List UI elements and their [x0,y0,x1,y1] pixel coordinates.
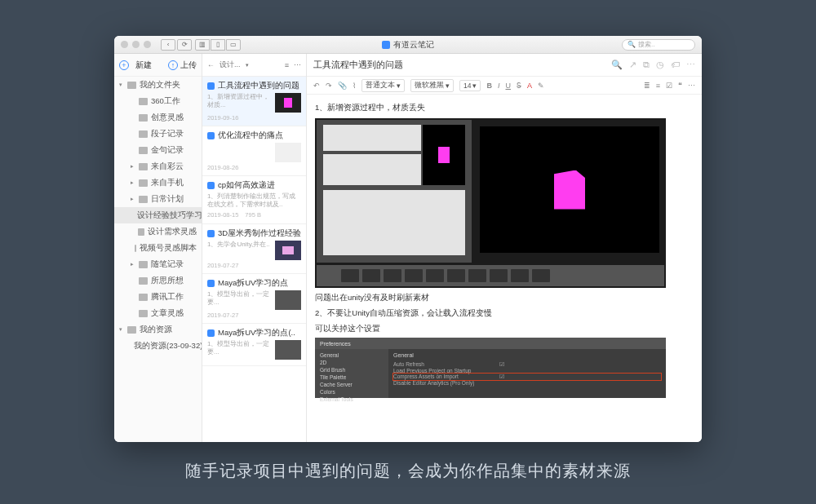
close-icon[interactable] [121,41,128,48]
note-list-header: ← 设计... ▾ ≡ ⋯ [202,54,306,77]
new-button[interactable]: + [119,60,129,70]
view-col1-button[interactable]: ▥ [195,39,210,51]
folder-item[interactable]: 段子记录 [114,126,202,142]
folder-icon [139,147,148,154]
note-icon [207,329,215,337]
font-color-button[interactable]: A [527,82,532,90]
folder-item[interactable]: ▸随笔记录 [114,256,202,272]
note-item[interactable]: Maya拆UV学习的点(..1、模型导出前，一定要... [202,324,306,366]
upload-button[interactable]: ↑ [168,60,178,70]
folder-icon [139,294,148,301]
folder-item[interactable]: 设计经验技巧学习 [114,207,202,223]
window-title: 有道云笔记 [382,39,434,51]
folder-item[interactable]: 我的资源(23-09-32) [114,338,202,354]
view-col3-button[interactable]: ▭ [226,39,241,51]
folder-icon [127,326,136,334]
folder-icon [139,163,148,170]
nav-refresh-button[interactable]: ⟳ [177,39,192,51]
search-input[interactable]: 🔍 搜索.. [622,39,695,51]
zoom-icon[interactable] [144,41,151,48]
clock-icon[interactable]: ◷ [656,60,664,70]
folder-icon [139,179,148,187]
folder-item[interactable]: ▸来自手机 [114,175,202,191]
note-icon [207,280,215,287]
quote-button[interactable]: ❝ [678,82,682,90]
app-logo-icon [382,41,390,49]
folder-item[interactable]: ▸日常计划 [114,191,202,207]
note-item[interactable]: 工具流程中遇到的问题1、新增资源过程中，材质...2019-09-16 [202,77,306,126]
underline-button[interactable]: U [505,82,511,90]
folder-icon [139,98,148,105]
list-ol-button[interactable]: ≡ [656,82,660,90]
folder-icon [127,82,136,89]
folder-icon [139,310,148,317]
titlebar: ‹ ⟳ ▥ ▯ ▭ 有道云笔记 🔍 搜索.. [114,36,702,54]
folder-icon [139,277,148,285]
more-icon[interactable]: ⋯ [294,61,301,69]
folder-item[interactable]: 视频号灵感脚本 [114,240,202,256]
folder-sidebar: + 新建 ↑ 上传 ▾ 我的文件夹 360工作创意灵感段子记录金句记录▸来自彩云… [114,54,202,442]
paragraph: 问题出在unity没有及时刷新素材 [315,293,694,303]
more-format-icon[interactable]: ⋯ [688,82,695,90]
folder-item[interactable]: 设计需求灵感 [114,223,202,240]
note-icon [207,82,215,90]
note-item[interactable]: cp如何高效递进1、列清楚制作输出规范，写成在线文档，下需求时就及..2019-… [202,176,306,224]
editor-actions: 🔍 ↗ ⧉ ◷ 🏷 ⋯ [611,60,695,70]
view-toggle-icon[interactable]: ≡ [285,61,289,69]
search-note-icon[interactable]: 🔍 [611,60,623,70]
view-col2-button[interactable]: ▯ [211,39,225,51]
attach-icon[interactable]: 📎 [338,82,347,90]
editor-toolbar: ↶ ↷ 📎 ⌇ 普通文本 ▾ 微软雅黑 ▾ 14 ▾ B I U S̶ A ✎ … [307,77,702,95]
folder-item[interactable]: ▸来自彩云 [114,158,202,175]
undo-button[interactable]: ↶ [313,82,320,90]
checklist-button[interactable]: ☑ [666,82,672,90]
font-select[interactable]: 微软雅黑 ▾ [410,79,454,92]
folder-icon [139,114,148,122]
folder-item[interactable]: 所思所想 [114,272,202,289]
folder-item[interactable]: 创意灵感 [114,109,202,126]
traffic-lights [121,41,151,48]
folder-root[interactable]: ▾ 我的文件夹 [114,77,202,93]
folder-item[interactable]: 文章灵感 [114,305,202,321]
folder-icon [138,228,144,236]
more-icon[interactable]: ⋯ [686,60,695,70]
paragraph: 可以关掉这个设置 [315,324,694,334]
note-item[interactable]: 优化流程中的痛点2019-08-26 [202,126,306,176]
folder-item[interactable]: 360工作 [114,93,202,109]
brush-icon[interactable]: ⌇ [353,82,356,90]
redo-button[interactable]: ↷ [326,82,332,90]
sort-dropdown[interactable]: 设计... [220,60,241,70]
note-item[interactable]: Maya拆UV学习的点1、模型导出前，一定要...2019-07-27 [202,274,306,324]
screenshot-1 [315,118,666,288]
app-window: ‹ ⟳ ▥ ▯ ▭ 有道云笔记 🔍 搜索.. [114,36,702,442]
editor-pane: 工具流程中遇到的问题 🔍 ↗ ⧉ ◷ 🏷 ⋯ ↶ ↷ 📎 ⌇ 普通文本 [307,54,702,442]
folder-icon [139,261,148,268]
strike-button[interactable]: S̶ [517,82,521,90]
size-select[interactable]: 14 ▾ [459,80,481,91]
back-icon[interactable]: ← [207,61,215,69]
sidebar-toolbar: + 新建 ↑ 上传 [114,54,202,77]
folder-icon [139,130,148,138]
bold-button[interactable]: B [486,82,492,90]
nav-back-button[interactable]: ‹ [161,39,175,51]
editor-body[interactable]: 1、新增资源过程中，材质丢失 问题出在unity没有及时 [307,95,702,442]
paragraph: 2、不要让Unity自动压缩资源，会让载入流程变慢 [315,308,694,319]
note-icon [207,230,215,237]
list-ul-button[interactable]: ≣ [644,82,650,90]
screenshot-2: Preferences General2DGrid BrushTile Pale… [315,338,666,398]
note-item[interactable]: 3D屋米秀制作过程经验1、先学会Unity,并在..2019-07-27 [202,224,306,274]
folder-item[interactable]: 金句记录 [114,142,202,158]
share-icon[interactable]: ↗ [629,60,636,70]
italic-button[interactable]: I [498,82,500,90]
folder-item[interactable]: 腾讯工作 [114,289,202,305]
format-select[interactable]: 普通文本 ▾ [361,79,405,92]
caption-text: 随手记录项目中遇到的问题，会成为你作品集中的素材来源 [185,460,631,482]
paragraph: 1、新增资源过程中，材质丢失 [315,103,694,113]
highlight-button[interactable]: ✎ [538,82,544,90]
chevron-down-icon: ▾ [246,62,249,69]
note-title-input[interactable]: 工具流程中遇到的问题 [313,59,611,71]
copy-icon[interactable]: ⧉ [643,60,650,70]
tag-icon[interactable]: 🏷 [671,60,680,70]
folder-resources[interactable]: ▾ 我的资源 [114,321,202,338]
minimize-icon[interactable] [132,41,140,48]
